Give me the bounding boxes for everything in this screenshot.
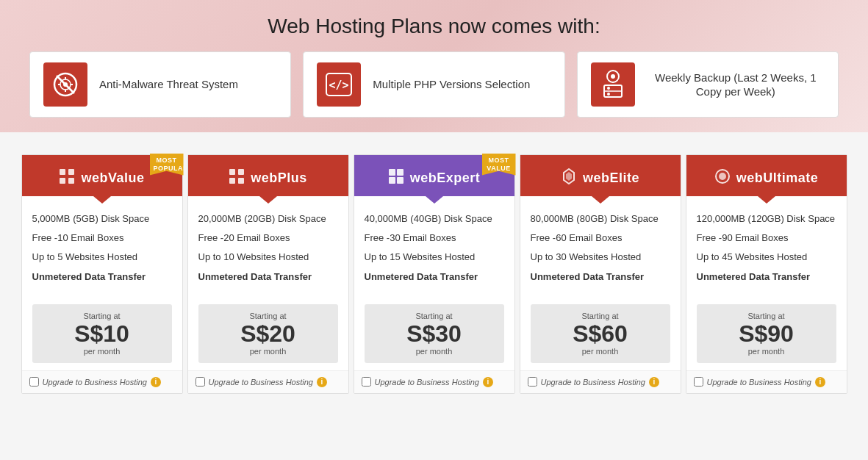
plan-websites-webValue: Up to 5 Websites Hosted xyxy=(32,251,172,264)
svg-rect-25 xyxy=(397,169,403,176)
plan-header-icon-webUltimate xyxy=(714,168,731,187)
plan-upgrade-webValue: Upgrade to Business Hosting i xyxy=(22,370,182,393)
plan-header-icon-webElite xyxy=(561,168,577,187)
plan-pricing-webValue: Starting at S$10 per month xyxy=(32,304,172,363)
plan-transfer-webPlus: Unmetered Data Transfer xyxy=(198,270,338,284)
plan-starting-at-webExpert: Starting at xyxy=(370,312,498,320)
plan-features-webUltimate: 120,000MB (120GB) Disk Space Free -90 Em… xyxy=(686,196,847,297)
plan-disk-webUltimate: 120,000MB (120GB) Disk Space xyxy=(697,212,836,226)
plan-upgrade-checkbox-webElite[interactable] xyxy=(528,377,537,387)
plan-name-webElite: webElite xyxy=(583,170,639,186)
plan-header-webPlus: webPlus xyxy=(188,155,348,196)
plan-email-webUltimate: Free -90 Email Boxes xyxy=(697,231,836,245)
plan-upgrade-label-webValue: Upgrade to Business Hosting xyxy=(43,378,147,387)
plan-name-webUltimate: webUltimate xyxy=(736,170,819,186)
page-title: Web Hosting Plans now comes with: xyxy=(29,15,839,38)
plans-row: MOST POPULAR webValue 5,000MB (5GB) Disk… xyxy=(15,154,853,394)
plan-header-webElite: webElite xyxy=(520,155,681,196)
plan-websites-webExpert: Up to 15 Websites Hosted xyxy=(365,251,504,264)
plan-websites-webPlus: Up to 10 Websites Hosted xyxy=(198,251,338,264)
plan-upgrade-info-icon-webValue[interactable]: i xyxy=(151,377,161,387)
plan-name-webExpert: webExpert xyxy=(410,170,481,186)
plan-pricing-webExpert: Starting at S$30 per month xyxy=(365,304,504,363)
feature-card-malware: Anti-Malware Threat System xyxy=(29,51,291,118)
plan-upgrade-checkbox-webValue[interactable] xyxy=(29,377,39,387)
php-icon: </> xyxy=(317,62,361,107)
plan-card-webExpert: MOST VALUE webExpert 40,000MB (40GB) Dis… xyxy=(354,154,515,394)
plan-email-webPlus: Free -20 Email Boxes xyxy=(198,231,338,245)
plan-card-webUltimate: webUltimate 120,000MB (120GB) Disk Space… xyxy=(686,154,847,394)
feature-card-php: </> Multiple PHP Versions Selection xyxy=(303,51,564,118)
plan-price-webElite: S$60 xyxy=(573,320,628,347)
plan-per-month-webExpert: per month xyxy=(370,347,498,356)
plan-upgrade-label-webPlus: Upgrade to Business Hosting xyxy=(209,378,313,387)
plan-card-webPlus: webPlus 20,000MB (20GB) Disk Space Free … xyxy=(187,154,349,394)
svg-rect-24 xyxy=(389,169,395,176)
plan-starting-at-webElite: Starting at xyxy=(537,312,664,320)
plan-pricing-webUltimate: Starting at S$90 per month xyxy=(697,304,836,363)
plan-header-icon-webPlus xyxy=(229,168,245,187)
plan-per-month-webUltimate: per month xyxy=(703,347,831,356)
plan-features-webElite: 80,000MB (80GB) Disk Space Free -60 Emai… xyxy=(520,196,681,297)
plan-upgrade-webPlus: Upgrade to Business Hosting i xyxy=(188,370,348,393)
plan-pricing-webPlus: Starting at S$20 per month xyxy=(198,304,338,363)
plan-card-webValue: MOST POPULAR webValue 5,000MB (5GB) Disk… xyxy=(21,154,183,394)
plan-upgrade-webExpert: Upgrade to Business Hosting i xyxy=(354,370,514,393)
plan-price-webUltimate: S$90 xyxy=(739,320,794,347)
plan-email-webElite: Free -60 Email Boxes xyxy=(531,231,670,245)
svg-point-14 xyxy=(607,87,610,90)
plan-name-webPlus: webPlus xyxy=(251,170,307,186)
svg-point-11 xyxy=(611,74,615,79)
page-header: Web Hosting Plans now comes with: Anti-M… xyxy=(0,0,868,132)
svg-rect-16 xyxy=(60,169,65,175)
plan-transfer-webValue: Unmetered Data Transfer xyxy=(32,270,172,284)
plan-features-webValue: 5,000MB (5GB) Disk Space Free -10 Email … xyxy=(22,196,182,297)
features-row: Anti-Malware Threat System </> Multiple … xyxy=(29,51,839,118)
malware-icon xyxy=(43,62,87,107)
plan-upgrade-checkbox-webPlus[interactable] xyxy=(196,377,205,387)
svg-rect-21 xyxy=(238,169,244,175)
plan-upgrade-info-icon-webPlus[interactable]: i xyxy=(317,377,327,387)
plan-header-webValue: MOST POPULAR webValue xyxy=(22,155,182,196)
plan-header-icon-webValue xyxy=(59,168,75,187)
svg-point-3 xyxy=(63,82,68,87)
plan-pricing-webElite: Starting at S$60 per month xyxy=(531,304,670,363)
svg-point-15 xyxy=(607,93,610,96)
plan-upgrade-info-icon-webUltimate[interactable]: i xyxy=(815,377,825,387)
plans-section: MOST POPULAR webValue 5,000MB (5GB) Disk… xyxy=(0,132,868,409)
plan-upgrade-webUltimate: Upgrade to Business Hosting i xyxy=(686,370,847,393)
plan-transfer-webElite: Unmetered Data Transfer xyxy=(531,270,670,284)
svg-rect-27 xyxy=(397,177,403,184)
plan-transfer-webUltimate: Unmetered Data Transfer xyxy=(697,270,836,284)
plan-name-webValue: webValue xyxy=(81,170,144,186)
plan-price-webValue: S$10 xyxy=(74,320,129,347)
svg-rect-17 xyxy=(68,169,74,175)
plan-price-webExpert: S$30 xyxy=(406,320,462,347)
plan-per-month-webPlus: per month xyxy=(204,347,332,356)
plan-upgrade-label-webExpert: Upgrade to Business Hosting xyxy=(375,378,479,387)
plan-upgrade-info-icon-webExpert[interactable]: i xyxy=(483,377,493,387)
plan-upgrade-webElite: Upgrade to Business Hosting i xyxy=(520,370,681,393)
plan-price-webPlus: S$20 xyxy=(240,320,295,347)
plan-features-webPlus: 20,000MB (20GB) Disk Space Free -20 Emai… xyxy=(188,196,348,297)
plan-upgrade-checkbox-webExpert[interactable] xyxy=(362,377,371,387)
plan-upgrade-checkbox-webUltimate[interactable] xyxy=(694,377,703,387)
svg-rect-23 xyxy=(238,178,244,184)
plan-header-webExpert: MOST VALUE webExpert xyxy=(354,155,514,196)
plan-websites-webElite: Up to 30 Websites Hosted xyxy=(531,251,670,264)
plan-card-webElite: webElite 80,000MB (80GB) Disk Space Free… xyxy=(520,154,681,394)
svg-rect-22 xyxy=(229,178,235,184)
plan-transfer-webExpert: Unmetered Data Transfer xyxy=(365,270,504,284)
plan-badge-webValue: MOST POPULAR xyxy=(150,154,184,176)
svg-point-31 xyxy=(719,173,726,180)
plan-per-month-webValue: per month xyxy=(38,347,166,356)
plan-upgrade-info-icon-webElite[interactable]: i xyxy=(649,377,659,387)
svg-text:</>: </> xyxy=(329,79,349,92)
plan-starting-at-webValue: Starting at xyxy=(38,312,166,320)
plan-disk-webValue: 5,000MB (5GB) Disk Space xyxy=(32,212,172,226)
plan-header-icon-webExpert xyxy=(388,168,404,187)
plan-email-webExpert: Free -30 Email Boxes xyxy=(365,231,504,245)
php-feature-text: Multiple PHP Versions Selection xyxy=(373,77,530,92)
plan-websites-webUltimate: Up to 45 Websites Hosted xyxy=(697,251,836,264)
svg-rect-26 xyxy=(389,177,395,184)
